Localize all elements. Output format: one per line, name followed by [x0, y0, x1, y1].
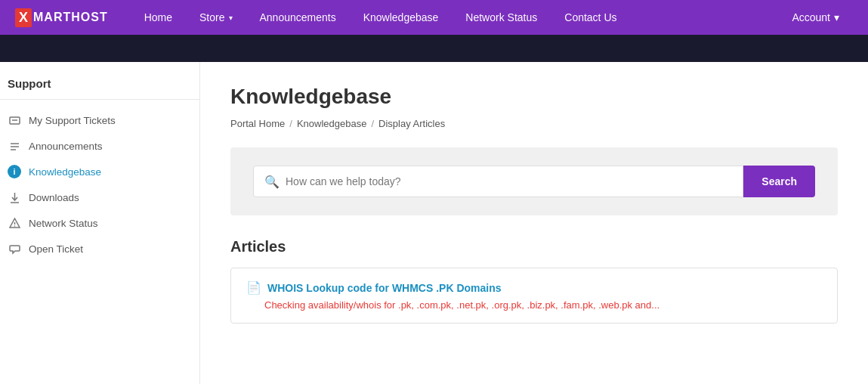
sidebar-item-open-ticket[interactable]: Open Ticket [0, 236, 199, 262]
breadcrumb-portal-home[interactable]: Portal Home [230, 118, 285, 129]
network-icon [8, 216, 21, 230]
sidebar: Support My Support Tickets Announcements [0, 62, 200, 384]
search-button[interactable]: Search [743, 166, 815, 197]
ticket-icon [8, 113, 21, 127]
sidebar-item-knowledgebase[interactable]: i Knowledgebase [0, 159, 199, 184]
info-icon: i [8, 165, 21, 178]
top-navigation: X MARTHOST Home Store ▾ Announcements Kn… [0, 0, 868, 35]
download-icon [8, 190, 21, 204]
sidebar-item-downloads[interactable]: Downloads [0, 184, 199, 210]
account-arrow-icon: ▾ [834, 11, 839, 23]
breadcrumb-knowledgebase[interactable]: Knowledgebase [297, 118, 367, 129]
nav-account[interactable]: Account ▾ [778, 0, 853, 35]
logo-x: X [15, 8, 32, 27]
main-content: Knowledgebase Portal Home / Knowledgebas… [200, 62, 868, 384]
nav-announcements[interactable]: Announcements [246, 0, 350, 35]
search-input[interactable] [286, 175, 732, 187]
articles-title: Articles [230, 238, 838, 255]
sidebar-item-network-status[interactable]: Network Status [0, 210, 199, 236]
dark-bar [0, 35, 868, 62]
nav-contact-us[interactable]: Contact Us [551, 0, 630, 35]
nav-network-status[interactable]: Network Status [452, 0, 551, 35]
article-title: WHOIS Lookup code for WHMCS .PK Domains [267, 282, 502, 294]
nav-knowledgebase[interactable]: Knowledgebase [350, 0, 453, 35]
breadcrumb: Portal Home / Knowledgebase / Display Ar… [230, 118, 838, 129]
sidebar-item-announcements[interactable]: Announcements [0, 133, 199, 159]
logo[interactable]: X MARTHOST [15, 8, 108, 27]
nav-links: Home Store ▾ Announcements Knowledgebase… [131, 0, 779, 35]
article-link[interactable]: 📄 WHOIS Lookup code for WHMCS .PK Domain… [246, 280, 822, 295]
nav-home[interactable]: Home [131, 0, 186, 35]
page-title: Knowledgebase [230, 85, 838, 109]
breadcrumb-sep-1: / [289, 118, 292, 129]
page-layout: Support My Support Tickets Announcements [0, 62, 868, 384]
ticket-open-icon [8, 242, 21, 255]
article-description: Checking availability/whois for .pk, .co… [246, 299, 822, 311]
svg-point-9 [14, 225, 15, 227]
sidebar-item-tickets[interactable]: My Support Tickets [0, 107, 199, 133]
logo-text: MARTHOST [33, 11, 108, 24]
breadcrumb-sep-2: / [371, 118, 374, 129]
sidebar-title: Support [0, 77, 199, 100]
list-icon [8, 139, 21, 153]
search-icon: 🔍 [264, 175, 280, 189]
breadcrumb-current: Display Articles [378, 118, 445, 129]
article-file-icon: 📄 [246, 280, 261, 295]
search-input-wrapper: 🔍 [253, 166, 743, 197]
search-box: 🔍 Search [230, 147, 838, 215]
store-arrow-icon: ▾ [229, 14, 233, 22]
articles-section: Articles 📄 WHOIS Lookup code for WHMCS .… [230, 238, 838, 324]
article-card: 📄 WHOIS Lookup code for WHMCS .PK Domain… [230, 268, 838, 324]
nav-store[interactable]: Store ▾ [186, 0, 246, 35]
